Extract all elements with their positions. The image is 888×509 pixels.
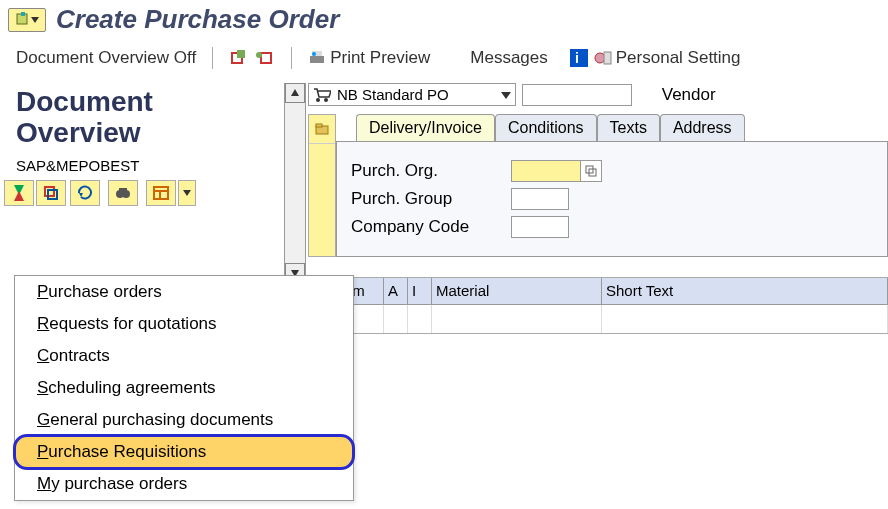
company-code-input[interactable] xyxy=(511,216,569,238)
sidebar-toolbar xyxy=(0,174,280,212)
search-help-icon xyxy=(585,165,597,177)
doc-overview-heading: Document Overview xyxy=(0,77,280,151)
purch-group-label: Purch. Group xyxy=(351,189,511,209)
svg-rect-32 xyxy=(316,124,322,127)
menu-purchase-orders[interactable]: Purchase orders xyxy=(15,276,353,308)
menu-requests-for-quotations[interactable]: Requests for quotations xyxy=(15,308,353,340)
menu-contracts[interactable]: Contracts xyxy=(15,340,353,372)
menu-my-purchase-orders[interactable]: My purchase orders xyxy=(15,468,353,500)
svg-rect-5 xyxy=(261,53,271,63)
create-icon[interactable] xyxy=(229,50,249,66)
chevron-down-icon xyxy=(501,90,511,100)
purch-group-input[interactable] xyxy=(511,188,569,210)
svg-marker-17 xyxy=(14,191,24,201)
info-icon[interactable]: i xyxy=(570,49,588,67)
layout-button[interactable] xyxy=(146,180,176,206)
refresh-button[interactable] xyxy=(70,180,100,206)
col-i[interactable]: I xyxy=(408,278,432,304)
svg-marker-2 xyxy=(31,17,39,23)
print-preview-label: Print Preview xyxy=(330,48,430,68)
binoculars-icon xyxy=(115,185,131,201)
svg-point-29 xyxy=(324,98,328,102)
personal-setting-label: Personal Setting xyxy=(616,48,741,68)
personal-setting-button[interactable]: Personal Setting xyxy=(594,48,741,68)
purch-org-input[interactable] xyxy=(511,160,581,182)
header-form: Purch. Org. Purch. Group Company Code xyxy=(336,141,888,257)
print-icon xyxy=(308,50,326,66)
other-po-icon[interactable] xyxy=(255,50,275,66)
copy-button[interactable] xyxy=(36,180,66,206)
separator xyxy=(212,47,213,69)
chevron-down-icon xyxy=(31,15,39,25)
folder-icon xyxy=(315,122,329,136)
vendor-input[interactable] xyxy=(522,84,632,106)
col-material[interactable]: Material xyxy=(432,278,602,304)
vendor-label: Vendor xyxy=(662,85,716,105)
svg-marker-30 xyxy=(501,92,511,99)
chevron-down-icon xyxy=(183,188,191,198)
section-fold-bar xyxy=(308,114,336,257)
svg-rect-19 xyxy=(48,190,57,199)
col-a[interactable]: A xyxy=(384,278,408,304)
messages-button[interactable]: Messages xyxy=(470,48,547,68)
page-title: Create Purchase Order xyxy=(56,4,339,35)
col-short-text[interactable]: Short Text xyxy=(602,278,888,304)
gear-icon xyxy=(594,50,612,66)
svg-marker-20 xyxy=(79,193,83,197)
main-toolbar: Document Overview Off Print Preview Mess… xyxy=(0,39,888,77)
item-grid: S.. Itm A I Material Short Text xyxy=(280,277,888,334)
grid-row[interactable] xyxy=(280,305,888,333)
note-icon xyxy=(15,12,31,28)
doc-overview-off-button[interactable]: Document Overview Off xyxy=(16,48,196,68)
purch-org-label: Purch. Org. xyxy=(351,161,511,181)
layout-dropdown-button[interactable] xyxy=(178,180,196,206)
svg-rect-1 xyxy=(21,12,25,16)
svg-marker-27 xyxy=(183,190,191,196)
tab-address[interactable]: Address xyxy=(660,114,745,141)
svg-rect-4 xyxy=(237,50,245,58)
svg-rect-13 xyxy=(604,52,611,64)
svg-rect-23 xyxy=(119,188,127,191)
svg-rect-7 xyxy=(310,56,324,63)
company-code-label: Company Code xyxy=(351,217,511,237)
svg-rect-18 xyxy=(45,187,54,196)
find-button[interactable] xyxy=(108,180,138,206)
menu-purchase-requisitions[interactable]: Purchase Requisitions xyxy=(15,436,353,468)
separator xyxy=(291,47,292,69)
menu-general-purchasing-documents[interactable]: General purchasing documents xyxy=(15,404,353,436)
svg-rect-10 xyxy=(570,49,588,67)
cart-icon xyxy=(313,87,331,103)
print-preview-button[interactable]: Print Preview xyxy=(308,48,430,68)
menu-scheduling-agreements[interactable]: Scheduling agreements xyxy=(15,372,353,404)
tab-delivery-invoice[interactable]: Delivery/Invoice xyxy=(356,114,495,141)
svg-text:i: i xyxy=(575,50,579,66)
purch-org-help-button[interactable] xyxy=(580,160,602,182)
svg-point-22 xyxy=(122,190,130,198)
po-type-select[interactable]: NB Standard PO xyxy=(308,83,516,106)
variant-name: SAP&MEPOBEST xyxy=(0,151,280,174)
menu-button[interactable] xyxy=(8,8,46,32)
document-type-menu: Purchase orders Requests for quotations … xyxy=(14,275,354,501)
svg-point-6 xyxy=(256,52,262,58)
grid-header: S.. Itm A I Material Short Text xyxy=(280,278,888,305)
tab-conditions[interactable]: Conditions xyxy=(495,114,597,141)
tab-texts[interactable]: Texts xyxy=(597,114,660,141)
svg-point-28 xyxy=(316,98,320,102)
select-variant-button[interactable] xyxy=(4,180,34,206)
po-type-value: NB Standard PO xyxy=(337,86,449,103)
svg-point-9 xyxy=(312,52,316,56)
expand-header-button[interactable] xyxy=(309,115,335,144)
